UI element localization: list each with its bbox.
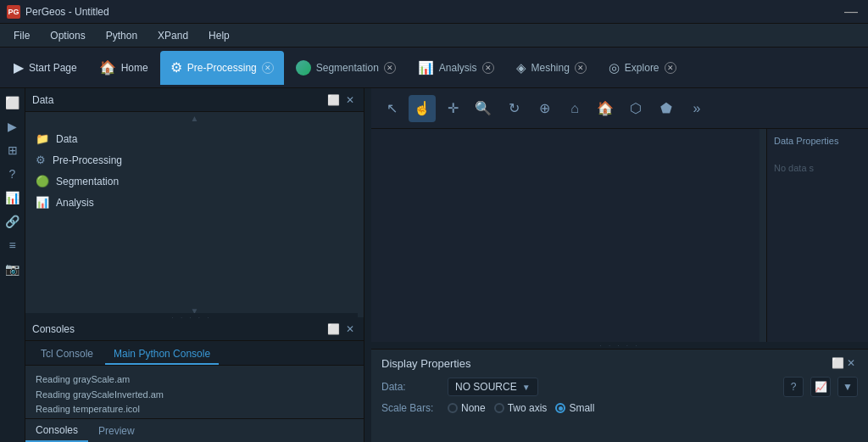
data-consoles-separator[interactable]: · · · · · [25,313,358,322]
tab-home[interactable]: 🏠 Home [89,51,159,85]
sidebar-layers-icon[interactable]: ≡ [2,234,24,256]
display-properties-close[interactable]: ✕ [844,356,858,370]
consoles-panel-controls: ⬜ ✕ [326,322,357,336]
tab-explore-close[interactable]: ✕ [665,62,676,74]
tab-segmentation-close[interactable]: ✕ [384,62,396,74]
toolbar-pan-btn[interactable]: ⊕ [531,95,558,122]
tab-meshing-close[interactable]: ✕ [575,62,587,74]
sidebar-monitor-icon[interactable]: ⬜ [2,92,24,114]
data-source-dropdown[interactable]: NO SOURCE ▼ [448,378,538,396]
menu-help[interactable]: Help [198,26,240,45]
tree-item-segmentation[interactable]: 🟢 Segmentation [25,171,364,192]
tab-meshing[interactable]: ◈ Meshing ✕ [506,51,597,85]
sidebar-question-icon[interactable]: ? [2,163,24,185]
segmentation-icon [296,60,311,76]
display-properties-panel: Display Properties ⬜ ✕ Data: NO SOURCE ▼… [371,349,868,442]
horizontal-separator[interactable]: · · · · · [371,342,868,349]
data-panel-maximize[interactable]: ⬜ [326,93,340,107]
sidebar-link-icon[interactable]: 🔗 [2,210,24,232]
tab-home-label: Home [121,62,148,74]
consoles-panel: Consoles ⬜ ✕ Tcl Console Main Python Con… [25,317,364,442]
log-line-2: Reading grayScaleInverted.am [36,388,353,403]
menu-python[interactable]: Python [96,26,147,45]
scale-twoaxis-label: Two axis [508,402,548,414]
home-icon: 🏠 [99,59,116,76]
scale-none-option[interactable]: None [448,402,486,414]
toolbar-home-btn[interactable]: ⌂ [561,95,588,122]
tab-segmentation[interactable]: Segmentation ✕ [286,51,406,85]
display-properties-title: Display Properties [381,357,831,370]
display-properties-maximize[interactable]: ⬜ [831,356,844,370]
sidebar-grid-icon[interactable]: ⊞ [2,139,24,161]
toolbar-shape1-btn[interactable]: ⬡ [622,95,649,122]
data-panel-header: Data ⬜ ✕ [25,88,364,112]
data-source-value: NO SOURCE [455,381,517,393]
display-help-btn[interactable]: ? [783,377,804,397]
tab-preprocessing[interactable]: ⚙ Pre-Processing ✕ [160,51,284,85]
data-properties-title: Data Properties [774,136,861,146]
tabbar: ▶ Start Page 🏠 Home ⚙ Pre-Processing ✕ S… [0,48,868,88]
tcl-console-tab[interactable]: Tcl Console [32,344,102,365]
scale-bars-label: Scale Bars: [381,402,441,414]
consoles-panel-close[interactable]: ✕ [343,322,357,336]
explore-icon: ◎ [609,60,620,76]
data-tree: 📁 Data ⚙ Pre-Processing 🟢 Segmentation 📊… [25,125,364,305]
scale-small-label: Small [569,402,594,414]
data-properties-panel: Data Properties No data s [766,129,868,349]
display-chart-btn[interactable]: 📈 [810,377,831,397]
dropdown-arrow-icon: ▼ [522,383,531,392]
toolbar-pointer-btn[interactable]: ☝ [409,95,436,122]
start-page-icon: ▶ [14,59,24,76]
tab-start-page-label: Start Page [29,62,77,74]
segmentation-tree-icon: 🟢 [36,175,49,187]
tree-item-analysis[interactable]: 📊 Analysis [25,192,364,213]
toolbar-move-btn[interactable]: ✛ [439,95,466,122]
vertical-separator[interactable] [364,88,371,442]
tab-explore[interactable]: ◎ Explore ✕ [598,51,687,85]
window-controls[interactable]: — [844,4,861,20]
menu-options[interactable]: Options [40,26,95,45]
main-python-console-tab[interactable]: Main Python Console [105,344,219,365]
tree-item-preprocessing[interactable]: ⚙ Pre-Processing [25,149,364,171]
meshing-icon: ◈ [516,60,526,76]
tab-analysis[interactable]: 📊 Analysis ✕ [408,51,504,85]
sidebar-camera-icon[interactable]: 📷 [2,258,24,280]
toolbar-reset-btn[interactable]: 🏠 [592,95,619,122]
scale-none-radio[interactable] [448,403,458,413]
consoles-panel-maximize[interactable]: ⬜ [326,322,340,336]
tab-analysis-close[interactable]: ✕ [482,62,494,74]
toolbar-shape2-btn[interactable]: ⬟ [653,95,680,122]
toolbar-more-btn[interactable]: » [683,95,710,122]
data-panel: Data ⬜ ✕ ▲ 📁 Data ⚙ Pre-Processing 🟢 [25,88,364,317]
menu-xpand[interactable]: XPand [147,26,198,45]
preprocessing-tree-icon: ⚙ [36,154,46,166]
preprocessing-icon: ⚙ [170,59,182,76]
tab-preprocessing-close[interactable]: ✕ [262,62,274,74]
menubar: File Options Python XPand Help [0,24,868,48]
toolbar-zoom-btn[interactable]: 🔍 [470,95,497,122]
scale-twoaxis-radio[interactable] [494,403,504,413]
data-panel-close[interactable]: ✕ [343,93,357,107]
scale-bars-row: Scale Bars: None Two axis Sm [381,402,858,414]
toolbar-select-btn[interactable]: ↖ [378,95,405,122]
sidebar-arrow-icon[interactable]: ▶ [2,115,24,137]
display-chevron-btn[interactable]: ▼ [837,377,858,397]
scale-twoaxis-option[interactable]: Two axis [494,402,548,414]
tab-analysis-label: Analysis [439,62,477,74]
menu-file[interactable]: File [3,26,40,45]
sidebar-chart-icon[interactable]: 📊 [2,187,24,209]
data-source-label: Data: [381,381,441,393]
preview-footer-tab[interactable]: Preview [88,419,145,442]
scale-none-label: None [461,402,486,414]
data-scroll-up[interactable]: ▲ [25,112,364,125]
toolbar: ↖ ☝ ✛ 🔍 ↻ ⊕ ⌂ 🏠 ⬡ ⬟ » [371,88,868,129]
consoles-footer-tab[interactable]: Consoles [25,419,88,442]
scale-small-option[interactable]: Small [555,402,594,414]
scale-small-radio[interactable] [555,403,565,413]
toolbar-rotate-btn[interactable]: ↻ [500,95,527,122]
tab-start-page[interactable]: ▶ Start Page [3,51,87,85]
tree-item-data[interactable]: 📁 Data [25,128,364,149]
log-line-1: Reading grayScale.am [36,372,353,388]
analysis-tree-icon: 📊 [36,196,49,209]
titlebar: PG PerGeos - Untitled — [0,0,868,24]
